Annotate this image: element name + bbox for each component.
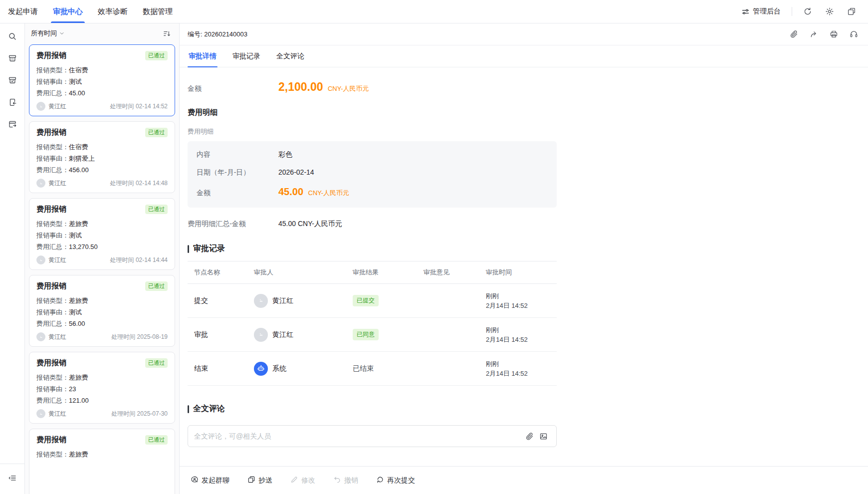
card-reason-label: 报销事由： (36, 155, 69, 162)
action-withdraw[interactable]: 撤销 (333, 476, 358, 485)
nav-item-data-management[interactable]: 数据管理 (143, 0, 173, 23)
action-cc[interactable]: 抄送 (247, 476, 272, 485)
approval-card[interactable]: 费用报销已通过 报销类型：差旅费 报销事由：测试 费用汇总：13,270.50 … (29, 198, 175, 270)
card-processed-time: 处理时间 2025-07-30 (111, 410, 168, 418)
collapse-menu-button[interactable] (3, 469, 21, 487)
avatar (36, 255, 45, 264)
table-row: 提交 黄江红 已提交 刚刚 2月14日 14:52 (188, 284, 557, 318)
approval-card-list: 费用报销已通过 报销类型：住宿费 报销事由：测试 费用汇总：45.00 黄江红 … (25, 43, 179, 494)
approval-card[interactable]: 费用报销已通过 报销类型：住宿费 报销事由：测试 费用汇总：45.00 黄江红 … (29, 44, 175, 116)
approval-card[interactable]: 费用报销已通过 报销类型：差旅费 报销事由：测试 费用汇总：56.00 黄江红 … (29, 275, 175, 347)
nav-item-approval-center[interactable]: 审批中心 (53, 0, 83, 23)
expense-field-value: 2026-02-14 (278, 168, 314, 176)
tab-approval-detail[interactable]: 审批详情 (188, 52, 217, 67)
avatar (36, 332, 45, 341)
approval-card[interactable]: 费用报销已通过 报销类型：住宿费 报销事由：刺猬爱上 费用汇总：456.00 黄… (29, 121, 175, 193)
card-reason-label: 报销事由： (36, 78, 69, 85)
card-total-label: 费用汇总： (36, 397, 69, 404)
sent-docs-button[interactable] (3, 115, 21, 133)
card-type-label: 报销类型： (36, 297, 69, 304)
card-title: 费用报销 (36, 358, 66, 368)
headset-icon (850, 30, 858, 38)
card-owner: 黄江红 (48, 179, 66, 188)
action-start-group-chat[interactable]: 发起群聊 (191, 476, 229, 485)
robot-avatar (254, 362, 268, 376)
action-modify[interactable]: 修改 (290, 476, 315, 485)
card-total-label: 费用汇总： (36, 89, 69, 97)
comment-box (188, 425, 557, 447)
amount-value: 2,100.00 (278, 80, 323, 93)
card-type-value: 差旅费 (69, 374, 88, 381)
comment-input[interactable] (194, 432, 522, 440)
undo-icon (333, 476, 341, 485)
expense-field-value: 彩色 (278, 150, 292, 159)
expense-amount-value: 45.00 (278, 186, 303, 197)
image-icon (539, 432, 548, 441)
doc-number-label: 编号: (188, 30, 203, 38)
printer-icon (830, 30, 838, 38)
card-title: 费用报销 (36, 435, 66, 445)
card-title: 费用报销 (36, 281, 66, 291)
card-type-label: 报销类型： (36, 143, 69, 151)
settings-button[interactable] (821, 4, 838, 19)
attach-file-button[interactable] (522, 429, 536, 443)
expense-field-label: 日期（年-月-日） (197, 168, 278, 177)
open-new-window-button[interactable] (843, 4, 860, 19)
support-button[interactable] (847, 28, 860, 41)
primary-nav: 发起申请 审批中心 效率诊断 数据管理 (8, 0, 173, 23)
status-badge: 已通过 (145, 128, 168, 137)
col-time: 审批时间 (486, 268, 557, 277)
time-filter-dropdown[interactable]: 所有时间 (31, 29, 65, 38)
list-header: 所有时间 (25, 23, 179, 43)
nav-item-efficiency-diagnosis[interactable]: 效率诊断 (98, 0, 128, 23)
topnav-divider (792, 7, 792, 16)
time-filter-label: 所有时间 (31, 29, 57, 38)
admin-console-label: 管理后台 (753, 7, 781, 16)
insert-image-button[interactable] (536, 429, 550, 443)
top-nav: 发起申请 审批中心 效率诊断 数据管理 管理后台 (0, 0, 868, 23)
card-title: 费用报销 (36, 51, 66, 60)
nav-item-initiate-request[interactable]: 发起申请 (8, 0, 38, 23)
approval-card[interactable]: 费用报销已通过 报销类型：差旅费 (29, 429, 175, 494)
processed-box-button[interactable] (3, 71, 21, 89)
action-resubmit[interactable]: 再次提交 (376, 476, 415, 485)
tab-full-comments[interactable]: 全文评论 (275, 52, 305, 67)
node-name: 审批 (194, 330, 254, 339)
approval-list-panel: 所有时间 费用报销已通过 报销类型：住宿费 报销事由：测试 费用汇总：45.00… (25, 23, 180, 494)
print-button[interactable] (827, 28, 840, 41)
card-owner: 黄江红 (48, 410, 66, 418)
chevron-down-icon (59, 30, 65, 36)
expense-detail-box: 内容 彩色 日期（年-月-日） 2026-02-14 金额 45.00 CNY-… (188, 141, 557, 208)
refresh-button[interactable] (799, 4, 816, 19)
approval-detail-panel: 编号: 202602140003 审批详情 审批记录 全文评论 (180, 23, 868, 494)
approval-card[interactable]: 费用报销已通过 报销类型：差旅费 报销事由：23 费用汇总：121.00 黄江红… (29, 352, 175, 424)
sort-button[interactable] (160, 27, 173, 40)
tab-approval-record[interactable]: 审批记录 (231, 52, 261, 67)
paperclip-icon (525, 432, 534, 441)
share-icon (810, 30, 818, 38)
expense-field-label: 金额 (197, 189, 278, 198)
approver-name: 系统 (272, 364, 286, 373)
copy-link-button[interactable] (787, 28, 800, 41)
result-text: 已结束 (353, 364, 374, 372)
approver-name: 黄江红 (272, 296, 293, 305)
box-arrow-out-icon (8, 120, 17, 129)
card-reason-label: 报销事由： (36, 385, 69, 393)
bottom-action-bar: 发起群聊 抄送 修改 撤销 再次提交 (180, 466, 868, 494)
expense-field-label: 内容 (197, 150, 278, 159)
result-badge: 已同意 (353, 329, 379, 340)
card-title: 费用报销 (36, 205, 66, 214)
card-processed-time: 处理时间 02-14 14:44 (110, 256, 168, 264)
received-docs-button[interactable] (3, 93, 21, 111)
card-type-label: 报销类型： (36, 451, 69, 458)
node-name: 提交 (194, 296, 254, 305)
avatar (36, 409, 45, 418)
search-button[interactable] (3, 27, 21, 45)
pencil-icon (290, 476, 298, 485)
card-processed-time: 处理时间 2025-08-19 (111, 333, 168, 341)
doc-arrow-in-icon (8, 98, 17, 107)
approval-time: 刚刚 2月14日 14:52 (486, 359, 557, 378)
pending-box-button[interactable] (3, 49, 21, 67)
admin-console-button[interactable]: 管理后台 (737, 7, 785, 16)
share-button[interactable] (807, 28, 820, 41)
